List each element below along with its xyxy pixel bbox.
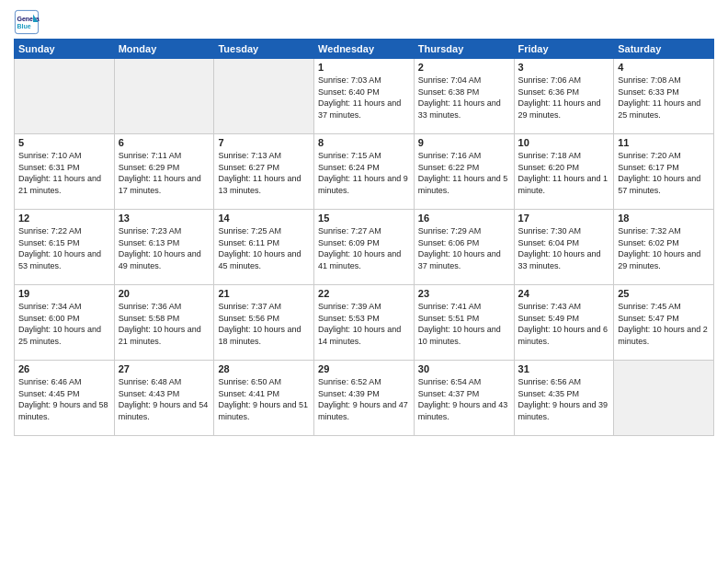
day-info: Sunrise: 7:39 AMSunset: 5:53 PMDaylight:… (318, 301, 410, 347)
day-number: 22 (318, 288, 410, 299)
day-number: 26 (18, 363, 110, 374)
header-cell-saturday: Saturday (614, 40, 714, 59)
calendar-cell: 12Sunrise: 7:22 AMSunset: 6:15 PMDayligh… (15, 210, 115, 285)
day-info: Sunrise: 7:04 AMSunset: 6:38 PMDaylight:… (418, 75, 510, 121)
calendar-cell: 23Sunrise: 7:41 AMSunset: 5:51 PMDayligh… (414, 285, 514, 361)
day-number: 16 (418, 213, 510, 224)
calendar-cell: 13Sunrise: 7:23 AMSunset: 6:13 PMDayligh… (114, 210, 214, 285)
day-number: 29 (318, 363, 410, 374)
day-number: 5 (18, 137, 110, 148)
day-info: Sunrise: 7:43 AMSunset: 5:49 PMDaylight:… (518, 301, 610, 347)
day-number: 2 (418, 62, 510, 73)
calendar-week-row: 5Sunrise: 7:10 AMSunset: 6:31 PMDaylight… (15, 134, 714, 210)
calendar-table: SundayMondayTuesdayWednesdayThursdayFrid… (14, 39, 714, 436)
day-info: Sunrise: 7:29 AMSunset: 6:06 PMDaylight:… (418, 225, 510, 271)
day-info: Sunrise: 7:41 AMSunset: 5:51 PMDaylight:… (418, 301, 510, 347)
day-info: Sunrise: 6:48 AMSunset: 4:43 PMDaylight:… (119, 376, 210, 422)
day-info: Sunrise: 7:45 AMSunset: 5:47 PMDaylight:… (618, 301, 710, 347)
day-info: Sunrise: 7:13 AMSunset: 6:27 PMDaylight:… (218, 150, 310, 196)
day-number: 1 (318, 62, 410, 73)
day-number: 9 (418, 137, 510, 148)
calendar-cell: 4Sunrise: 7:08 AMSunset: 6:33 PMDaylight… (614, 59, 714, 134)
calendar-cell: 24Sunrise: 7:43 AMSunset: 5:49 PMDayligh… (514, 285, 614, 361)
day-number: 10 (518, 137, 610, 148)
calendar-cell: 30Sunrise: 6:54 AMSunset: 4:37 PMDayligh… (414, 361, 514, 436)
day-info: Sunrise: 7:22 AMSunset: 6:15 PMDaylight:… (18, 225, 110, 271)
calendar-cell: 15Sunrise: 7:27 AMSunset: 6:09 PMDayligh… (314, 210, 415, 285)
day-number: 19 (18, 288, 110, 299)
logo: General Blue (14, 9, 43, 35)
day-number: 20 (119, 288, 210, 299)
calendar-cell: 10Sunrise: 7:18 AMSunset: 6:20 PMDayligh… (514, 134, 614, 210)
day-number: 6 (119, 137, 210, 148)
day-number: 30 (418, 363, 510, 374)
calendar-cell: 9Sunrise: 7:16 AMSunset: 6:22 PMDaylight… (414, 134, 514, 210)
page-container: General Blue SundayMondayTuesdayWednesda… (0, 0, 728, 441)
calendar-cell: 1Sunrise: 7:03 AMSunset: 6:40 PMDaylight… (314, 59, 415, 134)
calendar-cell (214, 59, 314, 134)
day-number: 24 (518, 288, 610, 299)
calendar-week-row: 19Sunrise: 7:34 AMSunset: 6:00 PMDayligh… (15, 285, 714, 361)
day-number: 13 (119, 213, 210, 224)
calendar-cell: 3Sunrise: 7:06 AMSunset: 6:36 PMDaylight… (514, 59, 614, 134)
day-number: 14 (218, 213, 310, 224)
day-info: Sunrise: 6:56 AMSunset: 4:35 PMDaylight:… (518, 376, 610, 422)
day-info: Sunrise: 7:20 AMSunset: 6:17 PMDaylight:… (618, 150, 710, 196)
day-number: 25 (618, 288, 710, 299)
day-number: 3 (518, 62, 610, 73)
calendar-cell (114, 59, 214, 134)
day-info: Sunrise: 7:37 AMSunset: 5:56 PMDaylight:… (218, 301, 310, 347)
calendar-cell: 31Sunrise: 6:56 AMSunset: 4:35 PMDayligh… (514, 361, 614, 436)
day-info: Sunrise: 7:15 AMSunset: 6:24 PMDaylight:… (318, 150, 410, 196)
day-number: 7 (218, 137, 310, 148)
day-info: Sunrise: 7:25 AMSunset: 6:11 PMDaylight:… (218, 225, 310, 271)
day-number: 12 (18, 213, 110, 224)
day-info: Sunrise: 7:32 AMSunset: 6:02 PMDaylight:… (618, 225, 710, 271)
day-info: Sunrise: 7:08 AMSunset: 6:33 PMDaylight:… (618, 75, 710, 121)
calendar-cell: 21Sunrise: 7:37 AMSunset: 5:56 PMDayligh… (214, 285, 314, 361)
day-number: 8 (318, 137, 410, 148)
day-info: Sunrise: 7:27 AMSunset: 6:09 PMDaylight:… (318, 225, 410, 271)
calendar-cell: 6Sunrise: 7:11 AMSunset: 6:29 PMDaylight… (114, 134, 214, 210)
day-info: Sunrise: 7:16 AMSunset: 6:22 PMDaylight:… (418, 150, 510, 196)
day-number: 31 (518, 363, 610, 374)
svg-text:Blue: Blue (17, 23, 31, 29)
calendar-week-row: 12Sunrise: 7:22 AMSunset: 6:15 PMDayligh… (15, 210, 714, 285)
calendar-cell: 16Sunrise: 7:29 AMSunset: 6:06 PMDayligh… (414, 210, 514, 285)
calendar-cell: 8Sunrise: 7:15 AMSunset: 6:24 PMDaylight… (314, 134, 415, 210)
calendar-cell: 18Sunrise: 7:32 AMSunset: 6:02 PMDayligh… (614, 210, 714, 285)
calendar-cell: 20Sunrise: 7:36 AMSunset: 5:58 PMDayligh… (114, 285, 214, 361)
header-cell-thursday: Thursday (414, 40, 514, 59)
day-info: Sunrise: 7:11 AMSunset: 6:29 PMDaylight:… (119, 150, 210, 196)
day-number: 27 (119, 363, 210, 374)
calendar-cell: 19Sunrise: 7:34 AMSunset: 6:00 PMDayligh… (15, 285, 115, 361)
day-number: 11 (618, 137, 710, 148)
day-number: 23 (418, 288, 510, 299)
day-info: Sunrise: 7:03 AMSunset: 6:40 PMDaylight:… (318, 75, 410, 121)
day-info: Sunrise: 7:23 AMSunset: 6:13 PMDaylight:… (119, 225, 210, 271)
header-cell-tuesday: Tuesday (214, 40, 314, 59)
day-number: 4 (618, 62, 710, 73)
calendar-cell: 11Sunrise: 7:20 AMSunset: 6:17 PMDayligh… (614, 134, 714, 210)
calendar-cell: 7Sunrise: 7:13 AMSunset: 6:27 PMDaylight… (214, 134, 314, 210)
day-info: Sunrise: 6:46 AMSunset: 4:45 PMDaylight:… (18, 376, 110, 422)
day-info: Sunrise: 6:52 AMSunset: 4:39 PMDaylight:… (318, 376, 410, 422)
calendar-cell: 14Sunrise: 7:25 AMSunset: 6:11 PMDayligh… (214, 210, 314, 285)
day-number: 15 (318, 213, 410, 224)
header-cell-sunday: Sunday (15, 40, 115, 59)
calendar-cell: 25Sunrise: 7:45 AMSunset: 5:47 PMDayligh… (614, 285, 714, 361)
day-info: Sunrise: 7:10 AMSunset: 6:31 PMDaylight:… (18, 150, 110, 196)
calendar-cell: 5Sunrise: 7:10 AMSunset: 6:31 PMDaylight… (15, 134, 115, 210)
day-info: Sunrise: 7:34 AMSunset: 6:00 PMDaylight:… (18, 301, 110, 347)
day-info: Sunrise: 7:18 AMSunset: 6:20 PMDaylight:… (518, 150, 610, 196)
day-number: 18 (618, 213, 710, 224)
day-info: Sunrise: 7:36 AMSunset: 5:58 PMDaylight:… (119, 301, 210, 347)
calendar-cell (15, 59, 115, 134)
calendar-cell: 2Sunrise: 7:04 AMSunset: 6:38 PMDaylight… (414, 59, 514, 134)
header-cell-monday: Monday (114, 40, 214, 59)
header-cell-wednesday: Wednesday (314, 40, 415, 59)
day-number: 21 (218, 288, 310, 299)
calendar-week-row: 26Sunrise: 6:46 AMSunset: 4:45 PMDayligh… (15, 361, 714, 436)
calendar-cell: 17Sunrise: 7:30 AMSunset: 6:04 PMDayligh… (514, 210, 614, 285)
day-info: Sunrise: 6:50 AMSunset: 4:41 PMDaylight:… (218, 376, 310, 422)
